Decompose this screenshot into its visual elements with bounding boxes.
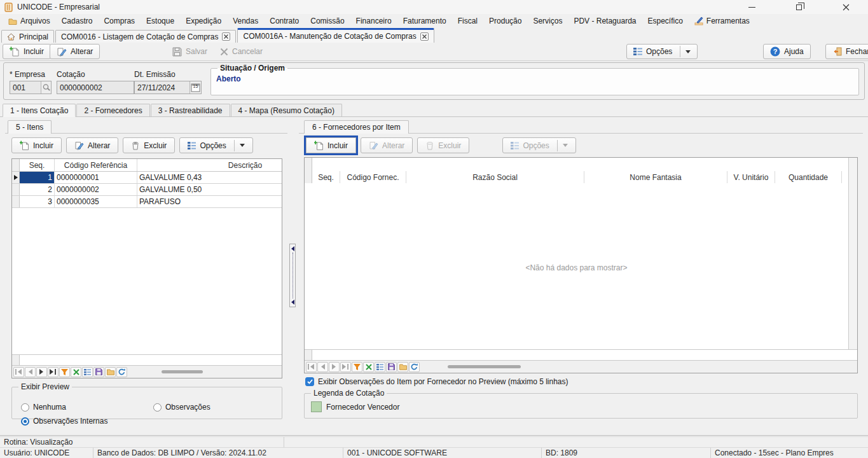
cell-descricao[interactable]: GALVALUME 0,50	[137, 184, 282, 195]
incluir-button[interactable]: Incluir	[3, 44, 51, 59]
refresh-button[interactable]	[409, 362, 420, 372]
nav-next-button[interactable]	[329, 362, 340, 372]
opcoes-fornecedor-button[interactable]: Opções	[502, 137, 575, 153]
tab-principal[interactable]: Principal	[1, 30, 54, 43]
column-header-codigo-referencia[interactable]: Código Referência	[55, 159, 137, 171]
menu-comissao[interactable]: Comissão	[305, 14, 350, 28]
save-layout-button[interactable]	[386, 362, 397, 372]
cell-codigo[interactable]: 0000000035	[55, 196, 137, 207]
column-header-quantidade[interactable]: Quantidade	[775, 171, 842, 183]
refresh-button[interactable]	[116, 367, 127, 377]
menu-contrato[interactable]: Contrato	[264, 14, 305, 28]
vertical-scrollbar[interactable]	[848, 158, 857, 349]
menu-financeiro[interactable]: Financeiro	[350, 14, 397, 28]
menu-producao[interactable]: Produção	[483, 14, 527, 28]
nav-first-button[interactable]	[13, 367, 24, 377]
emissao-field[interactable]: 15	[134, 81, 202, 94]
filter-button[interactable]	[59, 367, 70, 377]
column-header-v-unitario[interactable]: V. Unitário	[727, 171, 775, 183]
calendar-button[interactable]: 15	[189, 81, 201, 94]
alterar-button[interactable]: Alterar	[50, 44, 100, 59]
radio-observacoes-internas[interactable]: Observações Internas	[21, 417, 107, 426]
menu-ferramentas[interactable]: Ferramentas	[689, 14, 755, 28]
tab-fornecedores-por-item[interactable]: 6 - Fornecedores por Item	[304, 120, 409, 134]
restore-button[interactable]	[784, 0, 813, 14]
column-header-descricao[interactable]: Descrição	[137, 159, 282, 171]
tab-close-button[interactable]	[420, 32, 429, 41]
clear-filter-button[interactable]	[71, 367, 81, 377]
grid-layout-button[interactable]	[375, 362, 385, 372]
horizontal-scrollbar-thumb[interactable]	[448, 365, 521, 368]
menu-estoque[interactable]: Estoque	[141, 14, 180, 28]
salvar-button[interactable]: Salvar	[167, 44, 212, 59]
table-row[interactable]: 3 0000000035 PARAFUSO	[12, 196, 282, 208]
nav-prev-button[interactable]	[25, 367, 36, 377]
radio-observacoes[interactable]: Observações	[153, 403, 210, 412]
opcoes-button[interactable]: Opções	[626, 44, 698, 59]
close-button[interactable]	[831, 0, 860, 14]
column-header-seq[interactable]: Seq.	[20, 159, 55, 171]
nav-next-button[interactable]	[36, 367, 47, 377]
emissao-input[interactable]	[135, 83, 189, 92]
incluir-item-button[interactable]: Incluir	[11, 137, 62, 153]
menu-servicos[interactable]: Serviços	[527, 14, 568, 28]
menu-arquivos[interactable]: Arquivos	[3, 14, 56, 28]
cell-seq[interactable]: 3	[20, 196, 55, 207]
excluir-item-button[interactable]: Excluir	[123, 137, 175, 153]
cell-codigo[interactable]: 0000000001	[55, 172, 137, 183]
fechar-button[interactable]: Fechar	[825, 44, 868, 59]
cell-descricao[interactable]: GALVALUME 0,43	[137, 172, 282, 183]
empresa-field[interactable]	[10, 81, 52, 94]
minimize-button[interactable]	[737, 0, 766, 14]
clear-filter-button[interactable]	[363, 362, 374, 372]
incluir-fornecedor-button[interactable]: Incluir	[306, 137, 356, 153]
tab-close-button[interactable]	[222, 32, 230, 41]
table-row[interactable]: 1 0000000001 GALVALUME 0,43	[12, 172, 282, 184]
menu-cadastro[interactable]: Cadastro	[56, 14, 99, 28]
cell-seq[interactable]: 2	[20, 184, 55, 195]
tab-fornecedores[interactable]: 2 - Fornecedores	[76, 104, 149, 116]
cell-descricao[interactable]: PARAFUSO	[137, 196, 282, 207]
empresa-input[interactable]	[10, 83, 41, 92]
excluir-fornecedor-button[interactable]: Excluir	[417, 137, 469, 153]
cotacao-input[interactable]	[57, 83, 134, 92]
tab-com0016a[interactable]: COM0016A - Manutenção de Cotação de Comp…	[237, 28, 434, 43]
table-row[interactable]: 2 0000000002 GALVALUME 0,50	[12, 184, 282, 196]
opcoes-item-button[interactable]: Opções	[179, 137, 252, 153]
tab-itens-cotacao[interactable]: 1 - Itens Cotação	[3, 104, 76, 117]
exibir-observacoes-checkbox[interactable]: Exibir Observações do Item por Fornecedo…	[305, 377, 568, 386]
alterar-item-button[interactable]: Alterar	[66, 137, 118, 153]
save-layout-button[interactable]	[93, 367, 104, 377]
alterar-fornecedor-button[interactable]: Alterar	[361, 137, 413, 153]
horizontal-scrollbar-thumb[interactable]	[162, 370, 203, 373]
tab-itens[interactable]: 5 - Itens	[8, 120, 52, 134]
radio-nenhuma[interactable]: Nenhuma	[21, 403, 66, 412]
menu-compras[interactable]: Compras	[98, 14, 141, 28]
tab-com0016[interactable]: COM0016 - Listagem de Cotação de Compras	[55, 30, 236, 43]
cancelar-button[interactable]: Cancelar	[215, 44, 268, 59]
menu-especifico[interactable]: Específico	[642, 14, 688, 28]
panel-splitter[interactable]	[289, 244, 296, 307]
menu-pdv-retaguarda[interactable]: PDV - Retaguarda	[568, 14, 642, 28]
menu-expedicao[interactable]: Expedição	[180, 14, 227, 28]
load-layout-button[interactable]	[397, 362, 408, 372]
column-header-razao-social[interactable]: Razão Social	[406, 171, 584, 183]
nav-last-button[interactable]	[48, 367, 59, 377]
menu-faturamento[interactable]: Faturamento	[397, 14, 452, 28]
cell-codigo[interactable]: 0000000002	[55, 184, 137, 195]
menu-vendas[interactable]: Vendas	[227, 14, 264, 28]
cotacao-field[interactable]	[57, 81, 134, 94]
lookup-button[interactable]	[41, 81, 51, 94]
column-header-codigo-fornec[interactable]: Código Fornec.	[340, 171, 406, 183]
nav-first-button[interactable]	[306, 362, 317, 372]
load-layout-button[interactable]	[105, 367, 116, 377]
column-header-un[interactable]: U	[842, 171, 848, 183]
ajuda-button[interactable]: ? Ajuda	[763, 44, 811, 59]
nav-prev-button[interactable]	[317, 362, 328, 372]
nav-last-button[interactable]	[340, 362, 351, 372]
grid-layout-button[interactable]	[82, 367, 93, 377]
filter-button[interactable]	[352, 362, 362, 372]
column-header-nome-fantasia[interactable]: Nome Fantasia	[584, 171, 727, 183]
tab-rastreabilidade[interactable]: 3 - Rastreabilidade	[151, 104, 230, 116]
tab-mapa-resumo[interactable]: 4 - Mapa (Resumo Cotação)	[231, 104, 342, 116]
